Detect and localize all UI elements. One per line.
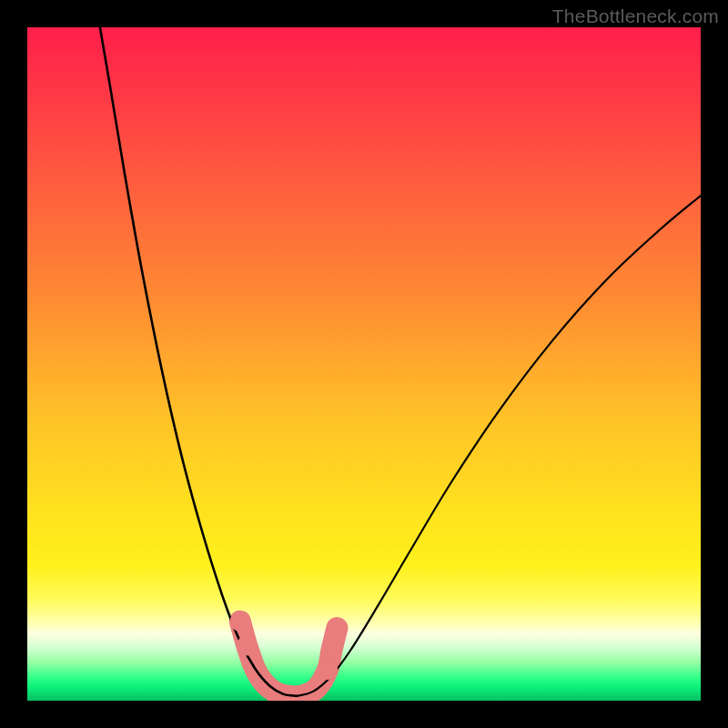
marker-dot [318, 660, 338, 680]
curves-layer [27, 27, 701, 701]
marker-dot [230, 612, 250, 632]
right-curve [297, 196, 701, 696]
chart-frame: TheBottleneck.com [0, 0, 728, 728]
marker-dot [237, 635, 257, 655]
plot-area [27, 27, 701, 701]
marker-dot [321, 640, 341, 660]
marker-dot [327, 618, 347, 638]
attribution-text: TheBottleneck.com [552, 5, 719, 27]
left-curve [100, 27, 297, 696]
